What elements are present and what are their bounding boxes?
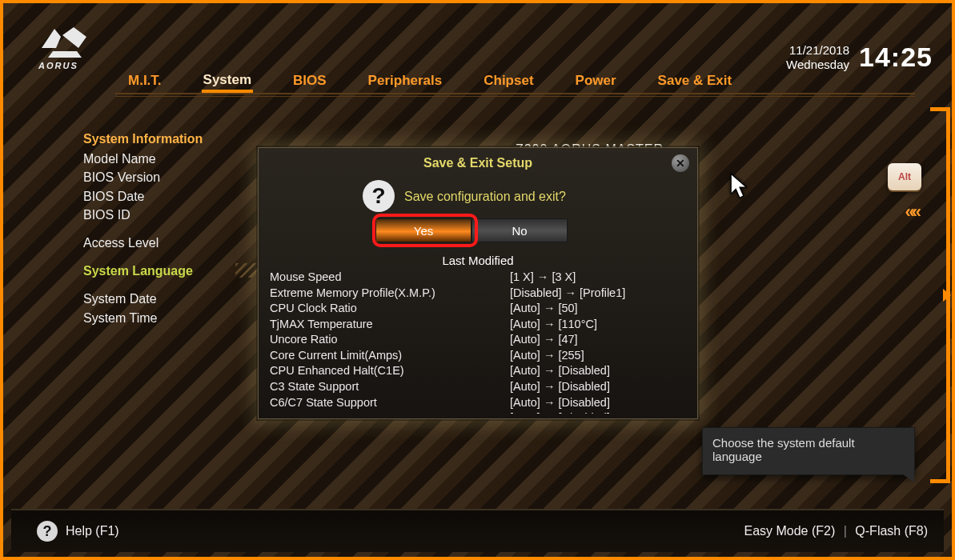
menu-system[interactable]: System [202, 69, 253, 93]
change-value: [Auto] → [110°C] [507, 317, 689, 333]
change-value: [1 X] → [3 X] [507, 270, 689, 286]
dialog-message: Save configuration and exit? [404, 190, 566, 204]
section-system-information: System Information [83, 130, 275, 148]
qflash-button[interactable]: Q-Flash (F8) [855, 524, 928, 538]
footer-bar: ? Help (F1) Easy Mode (F2) | Q-Flash (F8… [11, 509, 944, 552]
change-row: Core Current Limit(Amps)[Auto] → [255] [267, 348, 689, 364]
brand-text: AORUS [38, 61, 98, 70]
change-row: Uncore Ratio[Auto] → [47] [267, 332, 689, 348]
question-icon: ? [363, 180, 395, 212]
easy-mode-button[interactable]: Easy Mode (F2) [744, 524, 835, 538]
close-icon[interactable]: ✕ [672, 154, 689, 172]
change-row: CPU Enhanced Halt(C1E)[Auto] → [Disabled… [267, 363, 689, 379]
change-key: CPU Clock Ratio [267, 301, 507, 317]
menu-mit[interactable]: M.I.T. [126, 70, 163, 92]
change-row: Mouse Speed[1 X] → [3 X] [267, 270, 689, 286]
change-row: C3 State Support[Auto] → [Disabled] [267, 379, 689, 395]
dialog-buttons: Yes No [375, 218, 568, 242]
row-bios-date[interactable]: BIOS Date [83, 187, 275, 206]
clock-date: 11/21/2018 [786, 43, 849, 58]
yes-button[interactable]: Yes [375, 218, 471, 242]
change-value: [Auto] → [Disabled] [507, 395, 689, 411]
change-key: C3 State Support [267, 379, 507, 395]
row-access-level[interactable]: Access Level [83, 234, 275, 252]
menu-divider [115, 93, 915, 94]
menu-bios[interactable]: BIOS [291, 70, 328, 92]
settings-panel: System Information Model Name BIOS Versi… [83, 130, 275, 327]
menu-chipset[interactable]: Chipset [482, 70, 535, 92]
change-value: [Disabled] → [Profile1] [507, 286, 689, 302]
menu-save-exit[interactable]: Save & Exit [656, 70, 734, 92]
help-label[interactable]: Help (F1) [66, 524, 119, 538]
save-exit-dialog: Save & Exit Setup ✕ ? Save configuration… [258, 147, 698, 419]
change-value: [Auto] → [47] [507, 332, 689, 348]
change-value: [Auto] → [Disabled] [507, 410, 689, 414]
change-row: C8 State Support[Auto] → [Disabled] [267, 410, 689, 414]
change-key: Extreme Memory Profile(X.M.P.) [267, 286, 507, 302]
change-key: Mouse Speed [267, 270, 507, 286]
no-button[interactable]: No [471, 218, 568, 242]
row-model-name[interactable]: Model Name [83, 150, 275, 168]
change-key: Uncore Ratio [267, 332, 507, 348]
top-menu: M.I.T. System BIOS Peripherals Chipset P… [115, 67, 915, 94]
dialog-title: Save & Exit Setup [259, 148, 697, 170]
menu-peripherals[interactable]: Peripherals [367, 70, 444, 92]
change-key: C8 State Support [267, 410, 507, 414]
change-row: CPU Clock Ratio[Auto] → [50] [267, 301, 689, 317]
change-value: [Auto] → [Disabled] [507, 363, 689, 379]
change-value: [Auto] → [50] [507, 301, 689, 317]
change-row: Extreme Memory Profile(X.M.P.)[Disabled]… [267, 286, 689, 302]
cursor-icon [730, 173, 749, 197]
change-value: [Auto] → [Disabled] [507, 379, 689, 395]
last-modified-label: Last Modified [259, 254, 697, 267]
menu-power[interactable]: Power [574, 70, 618, 92]
row-bios-id[interactable]: BIOS ID [83, 206, 275, 224]
alt-key-icon[interactable]: Alt [888, 163, 921, 190]
change-key: Core Current Limit(Amps) [267, 348, 507, 364]
row-system-date[interactable]: System Date [83, 290, 275, 308]
collapse-chevrons-icon[interactable]: «« [905, 202, 918, 222]
change-row: C6/C7 State Support[Auto] → [Disabled] [267, 395, 689, 411]
help-tooltip: Choose the system default language [702, 427, 915, 475]
change-key: TjMAX Temperature [267, 317, 507, 333]
change-value: [Auto] → [255] [507, 348, 689, 364]
change-row: TjMAX Temperature[Auto] → [110°C] [267, 317, 689, 333]
change-key: C6/C7 State Support [267, 395, 507, 411]
row-bios-version[interactable]: BIOS Version [83, 168, 275, 186]
tooltip-text: Choose the system default language [712, 436, 855, 463]
row-system-language[interactable]: System Language [83, 264, 193, 278]
change-key: CPU Enhanced Halt(C1E) [267, 363, 507, 379]
bios-screen: AORUS 11/21/2018 Wednesday 14:25 M.I.T. … [0, 0, 955, 560]
menu-divider [115, 96, 915, 97]
footer-separator: | [844, 524, 847, 538]
side-bracket-icon [921, 107, 950, 483]
row-system-time[interactable]: System Time [83, 309, 275, 327]
aorus-logo: AORUS [38, 24, 98, 78]
changes-table[interactable]: Mouse Speed[1 X] → [3 X]Extreme Memory P… [267, 270, 689, 414]
help-icon[interactable]: ? [37, 521, 58, 542]
